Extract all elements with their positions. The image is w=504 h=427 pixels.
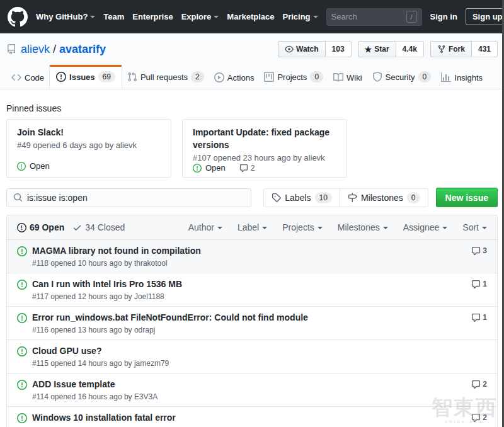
issue-opened-icon [17,312,27,335]
issue-title[interactable]: Can I run with Intel Iris Pro 1536 MB [32,278,182,290]
github-logo[interactable] [8,7,28,27]
tab-projects[interactable]: Projects 0 [259,65,328,89]
comment-icon [471,313,481,322]
issue-meta: #114 opened 16 hours ago by E3V3A [32,392,459,402]
star-count[interactable]: 4.4k [396,41,424,57]
issue-meta: #115 opened 14 hours ago by jamezm79 [32,359,459,368]
labels-button[interactable]: Labels 10 [263,188,340,207]
open-issues-filter[interactable]: 69 Open [17,222,64,232]
global-search-input[interactable] [331,12,403,21]
issue-meta: #118 opened 10 hours ago by thrakotool [32,259,459,268]
comment-icon [471,246,481,256]
tab-actions[interactable]: Actions [209,66,260,89]
repo-owner-link[interactable]: alievk [21,43,50,56]
issue-title[interactable]: ADD Issue template [32,379,115,390]
milestones-button[interactable]: Milestones 0 [340,188,428,207]
assignee-filter-dropdown[interactable]: Assignee [403,222,448,232]
issue-comments[interactable]: 2 [459,412,487,427]
milestone-icon [348,193,357,202]
fork-count[interactable]: 431 [472,41,498,57]
milestones-count-badge: 0 [407,192,420,203]
issues-search-input[interactable] [27,193,244,203]
nav-item-explore[interactable]: Explore [181,12,219,21]
comment-icon [471,413,481,423]
issue-title[interactable]: Cloud GPU use? [32,345,101,357]
nav-item-why-github[interactable]: Why GitHub? [36,12,95,21]
issue-row: Windows 10 installation fatal error #112… [7,406,497,427]
nav-item-pricing[interactable]: Pricing [282,12,318,21]
tab-issues[interactable]: Issues 69 [49,65,122,89]
watch-count[interactable]: 103 [326,41,352,57]
pinned-issue-meta: #107 opened 23 hours ago by alievk [193,153,336,163]
chevron-down-icon [313,16,318,18]
issue-opened-icon [193,164,202,173]
issue-meta: #117 opened 12 hours ago by Joel1188 [32,292,459,302]
issue-comments[interactable]: 3 [459,245,487,268]
chevron-down-icon [214,16,219,18]
tab-security[interactable]: Security 0 [367,65,437,89]
star-button-group: ★ Star 4.4k [358,41,424,57]
milestones-filter-dropdown[interactable]: Milestones [338,222,388,232]
repo-header-section: alievk / avatarify Watch 103 ★ Star 4.4k [0,33,504,89]
issue-title[interactable]: Windows 10 installation fatal error [32,412,176,424]
tab-pull-requests[interactable]: Pull requests 2 [122,65,209,89]
pinned-issue-card: Important Update: fixed package versions… [182,119,347,178]
caret-down-icon [383,227,388,229]
nav-item-marketplace[interactable]: Marketplace [227,12,274,21]
projects-filter-dropdown[interactable]: Projects [282,222,323,232]
search-icon [13,193,23,202]
check-icon [72,223,82,232]
tab-code[interactable]: Code [6,66,49,89]
tab-wiki[interactable]: Wiki [328,66,367,89]
issue-opened-icon [17,412,27,427]
sign-in-link[interactable]: Sign in [430,12,457,21]
pinned-issue-title[interactable]: Important Update: fixed package versions [193,126,336,151]
labels-milestones-group: Labels 10 Milestones 0 [263,188,428,207]
fork-button-group: Fork 431 [430,41,498,57]
projects-count-badge: 0 [310,71,323,83]
new-issue-button[interactable]: New issue [436,188,498,207]
issue-row: Cloud GPU use? #115 opened 14 hours ago … [7,339,497,373]
caret-down-icon [442,227,447,229]
nav-item-team[interactable]: Team [103,12,124,21]
pinned-issues-heading: Pinned issues [6,103,498,113]
caret-down-icon [318,227,323,229]
tab-insights[interactable]: Insights [436,66,488,89]
issue-title[interactable]: MAGMA library not found in compilation [32,245,201,257]
caret-down-icon [482,227,487,229]
security-count-badge: 0 [418,71,432,83]
star-icon: ★ [365,45,372,54]
issue-comments[interactable]: 1 [459,278,487,302]
fork-button[interactable]: Fork [430,41,472,57]
main-content: Pinned issues Join Slack! #49 opened 6 d… [0,103,504,427]
closed-issues-filter[interactable]: 34 Closed [72,222,125,232]
author-filter-dropdown[interactable]: Author [188,222,222,232]
issue-comments[interactable]: 1 [459,312,487,335]
star-button[interactable]: ★ Star [358,41,396,57]
pinned-issue-card: Join Slack! #49 opened 6 days ago by ali… [6,119,171,178]
repo-icon [6,44,21,54]
issues-search [6,188,251,207]
nav-item-enterprise[interactable]: Enterprise [132,12,173,21]
issue-comments[interactable]: 2 [459,379,487,402]
pinned-issue-title[interactable]: Join Slack! [17,126,161,139]
issue-opened-icon [17,245,27,268]
watch-button[interactable]: Watch [278,41,326,57]
comment-icon [471,380,481,389]
pinned-issues: Join Slack! #49 opened 6 days ago by ali… [6,119,498,178]
sort-filter-dropdown[interactable]: Sort [462,222,487,232]
slash-shortcut-hint: / [406,11,417,23]
label-filter-dropdown[interactable]: Label [238,222,267,232]
pinned-issue-comments[interactable]: 2 [239,164,255,173]
tag-icon [272,193,281,202]
code-icon [11,72,21,83]
sign-up-button[interactable]: Sign up [466,8,504,25]
repo-name-link[interactable]: avatarify [59,43,106,56]
issue-title[interactable]: Error run_windows.bat FileNotFoundError:… [32,312,308,324]
pinned-issue-status: Open [205,163,226,173]
primary-nav: Why GitHub? Team Enterprise Explore Mark… [36,12,318,21]
issue-opened-icon [17,345,27,368]
book-icon [333,72,343,83]
issues-list-header: 69 Open 34 Closed Author Label Projects … [7,215,497,239]
pinned-issue-status: Open [30,161,50,171]
